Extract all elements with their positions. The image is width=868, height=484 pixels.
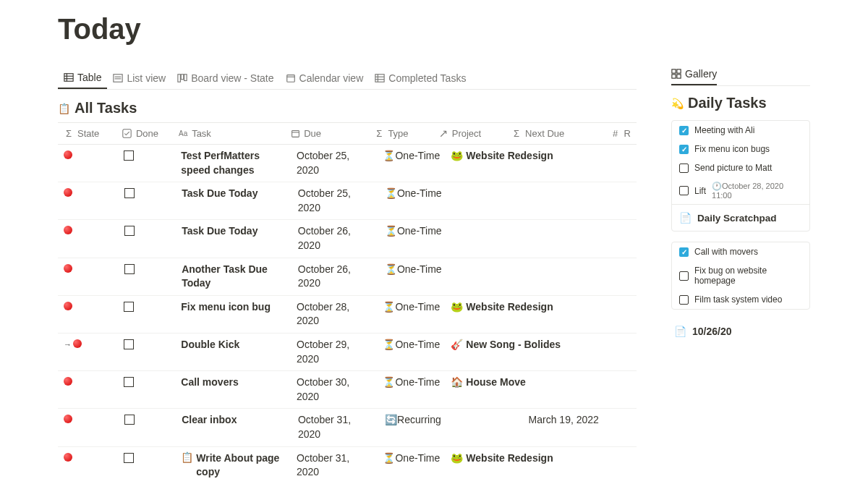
cell-done[interactable] [118,447,175,484]
checkbox-icon[interactable] [679,186,689,195]
card-item[interactable]: Fix menu icon bugs [672,140,809,158]
checkbox-icon[interactable] [124,377,134,387]
table-row[interactable]: Call moversOctober 30, 2020⏳One-Time🏠 Ho… [58,371,637,409]
checkbox-icon[interactable] [124,453,134,463]
page-icon: 📄 [679,212,692,224]
table-row[interactable]: Task Due TodayOctober 25, 2020⏳One-Time [58,182,637,220]
cell-project[interactable]: 🏠 House Move [445,371,523,408]
clipboard-icon: 📋 [58,103,70,114]
due-label: October 26, 2020 [298,224,373,252]
cell-done[interactable] [119,409,176,446]
checkbox-icon[interactable] [679,295,689,305]
cell-done[interactable] [119,220,176,257]
cell-task[interactable]: Task Due Today [176,220,292,257]
daily-card-2[interactable]: Call with moversFix bug on website homep… [671,242,810,310]
cell-task[interactable]: Fix menu icon bug [175,296,291,333]
svg-rect-0 [64,74,73,82]
card-item[interactable]: Call with movers [672,242,809,261]
cell-done[interactable] [118,371,175,408]
cell-project[interactable] [447,182,523,219]
cell-task[interactable]: 📋 Write About page copy [175,447,291,484]
cell-type: ⏳One-Time [379,258,447,295]
cell-task[interactable]: Clear inbox [176,409,292,446]
card-item[interactable]: Meeting with Ali [672,121,809,140]
type-label: One-Time [395,339,440,350]
svg-rect-9 [184,75,187,81]
cell-state [58,371,118,408]
col-project[interactable]: Project [433,123,506,144]
checkbox-icon[interactable] [124,339,134,349]
checkbox-icon[interactable] [124,188,135,198]
checkbox-icon[interactable] [679,247,689,257]
cell-done[interactable] [118,334,175,370]
checkbox-icon[interactable] [679,164,689,173]
checkbox-icon[interactable] [124,415,135,425]
card-item-label: Send picture to Matt [694,163,772,173]
svg-rect-16 [123,130,131,137]
calendar-icon [286,73,296,83]
tab-completed-tasks[interactable]: Completed Tasks [369,67,472,89]
card-item[interactable]: Fix bug on website homepage [672,261,809,290]
cell-project[interactable]: 🐸 Website Redesign [445,447,523,484]
checkbox-icon[interactable] [679,145,689,154]
card-item[interactable]: Lift 🕐October 28, 2020 11:00 [672,177,809,204]
col-due[interactable]: Due [284,123,368,144]
cell-done[interactable] [118,296,175,333]
number-icon: # [610,129,621,139]
checkbox-icon[interactable] [124,226,135,236]
side-link[interactable]: 📄 10/26/20 [671,320,810,343]
card-footer[interactable]: 📄Daily Scratchpad [672,204,809,231]
cell-task[interactable]: Task Due Today [176,182,292,219]
cell-done[interactable] [119,258,176,295]
cell-task[interactable]: Another Task Due Today [176,258,292,295]
checkbox-icon[interactable] [124,150,134,161]
type-emoji-icon: ⏳ [385,225,397,237]
table-row[interactable]: Clear inboxOctober 31, 2020🔄RecurringMar… [58,409,637,446]
tab-board-view-state[interactable]: Board view - State [171,67,279,89]
tab-table[interactable]: Table [58,67,107,89]
cell-due: October 31, 2020 [291,447,377,484]
cell-done[interactable] [119,182,176,219]
col-type[interactable]: ΣType [368,123,432,144]
col-state[interactable]: ΣState [58,123,116,144]
col-nextdue[interactable]: ΣNext Due [506,123,605,144]
card-item[interactable]: Send picture to Matt [672,158,809,177]
tab-gallery[interactable]: Gallery [671,64,717,85]
due-label: October 30, 2020 [297,375,371,404]
cell-done[interactable] [118,145,175,182]
daily-card-1[interactable]: Meeting with AliFix menu icon bugsSend p… [671,120,810,232]
tab-calendar-view[interactable]: Calendar view [280,67,370,89]
cell-project[interactable] [447,220,523,257]
cell-project[interactable] [447,258,523,295]
type-label: One-Time [395,376,440,388]
table-row[interactable]: Another Task Due TodayOctober 26, 2020⏳O… [58,258,637,296]
project-emoji-icon: 🐸 [451,452,463,464]
checkbox-icon[interactable] [679,271,689,281]
checkbox-icon[interactable] [679,126,689,135]
cell-project[interactable] [447,409,523,446]
table-row[interactable]: Task Due TodayOctober 26, 2020⏳One-Time [58,220,637,258]
col-task[interactable]: AaTask [172,123,284,144]
checkbox-icon[interactable] [124,302,134,312]
cell-r [625,145,637,182]
table-row[interactable]: →Double KickOctober 29, 2020⏳One-Time🎸 N… [58,334,637,371]
checkbox-icon[interactable] [124,264,135,274]
cell-task[interactable]: Test PerfMatters speed changes [175,145,291,182]
type-emoji-icon: ⏳ [383,301,395,313]
tab-label: List view [127,72,166,84]
cell-project[interactable]: 🎸 New Song - Bolides [445,334,523,370]
task-label: Task Due Today [182,224,258,239]
cell-project[interactable]: 🐸 Website Redesign [445,145,523,182]
col-r[interactable]: #R [605,123,637,144]
cell-task[interactable]: Call movers [175,371,291,408]
type-label: One-Time [397,187,442,199]
cell-state [58,447,118,484]
col-done[interactable]: Done [116,123,172,144]
table-row[interactable]: 📋 Write About page copyOctober 31, 2020⏳… [58,447,637,485]
table-row[interactable]: Test PerfMatters speed changesOctober 25… [58,145,637,182]
tab-list-view[interactable]: List view [107,67,171,89]
card-item[interactable]: Film task system video [672,290,809,309]
cell-project[interactable]: 🐸 Website Redesign [445,296,523,333]
table-row[interactable]: Fix menu icon bugOctober 28, 2020⏳One-Ti… [58,296,637,334]
cell-task[interactable]: Double Kick [175,334,291,370]
